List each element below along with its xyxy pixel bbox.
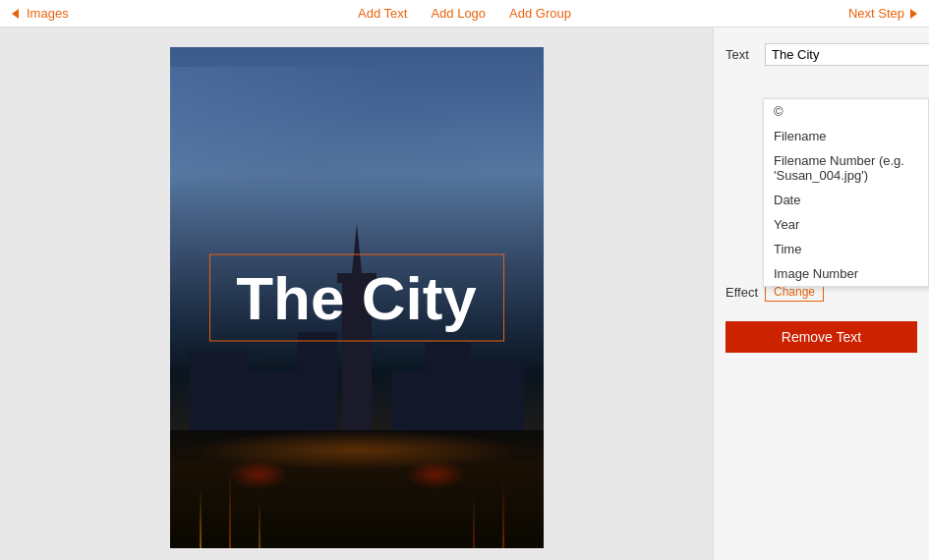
light-streak-5 xyxy=(473,494,475,548)
symbol-dropdown: © Filename Filename Number (e.g. 'Susan_… xyxy=(763,98,929,287)
add-text-button[interactable]: Add Text xyxy=(358,6,407,21)
dropdown-item-filename[interactable]: Filename xyxy=(764,124,928,148)
text-input[interactable] xyxy=(765,43,929,66)
back-button[interactable]: Images xyxy=(12,6,69,21)
light-streak-2 xyxy=(229,470,231,548)
light-streak-3 xyxy=(259,499,261,548)
next-step-button[interactable]: Next Step xyxy=(848,6,917,21)
glow-red-right xyxy=(406,460,465,489)
back-label: Images xyxy=(27,6,69,21)
light-streak-1 xyxy=(200,489,202,548)
top-navigation: Images Add Text Add Logo Add Group Next … xyxy=(0,0,929,28)
glow-red-left xyxy=(229,460,288,489)
add-logo-button[interactable]: Add Logo xyxy=(431,6,486,21)
nav-center-actions: Add Text Add Logo Add Group xyxy=(358,6,571,21)
text-overlay-box[interactable]: The City xyxy=(209,254,504,342)
chevron-left-icon xyxy=(12,9,19,19)
building-1 xyxy=(190,352,249,430)
building-6 xyxy=(391,371,426,430)
image-container[interactable]: The City xyxy=(170,47,544,548)
dropdown-item-copyright[interactable]: © xyxy=(764,99,928,124)
chevron-right-icon xyxy=(910,9,917,19)
building-4 xyxy=(470,362,524,430)
text-field-row: Text Add Symbol xyxy=(726,43,917,66)
add-group-button[interactable]: Add Group xyxy=(509,6,571,21)
overlay-text: The City xyxy=(236,264,477,332)
right-panel: Text Add Symbol © Filename Filename Numb… xyxy=(713,28,929,560)
dropdown-item-date[interactable]: Date xyxy=(764,188,928,212)
building-3 xyxy=(298,332,337,430)
remove-text-button[interactable]: Remove Text xyxy=(726,321,917,353)
dropdown-item-year[interactable]: Year xyxy=(764,212,928,237)
light-streak-4 xyxy=(502,479,504,548)
canvas-area: The City xyxy=(0,28,713,560)
building-5 xyxy=(426,342,470,430)
dropdown-item-filename-number[interactable]: Filename Number (e.g. 'Susan_004.jpg') xyxy=(764,148,928,188)
effect-label: Effect xyxy=(726,285,765,300)
next-step-label: Next Step xyxy=(848,6,904,21)
text-field-label: Text xyxy=(726,47,765,62)
street-area xyxy=(170,430,544,548)
main-area: The City Text Add Symbol © Filename File… xyxy=(0,28,929,560)
dropdown-item-time[interactable]: Time xyxy=(764,237,928,261)
dropdown-item-image-number[interactable]: Image Number xyxy=(764,261,928,286)
building-2 xyxy=(249,371,298,430)
clouds-layer xyxy=(170,67,544,185)
